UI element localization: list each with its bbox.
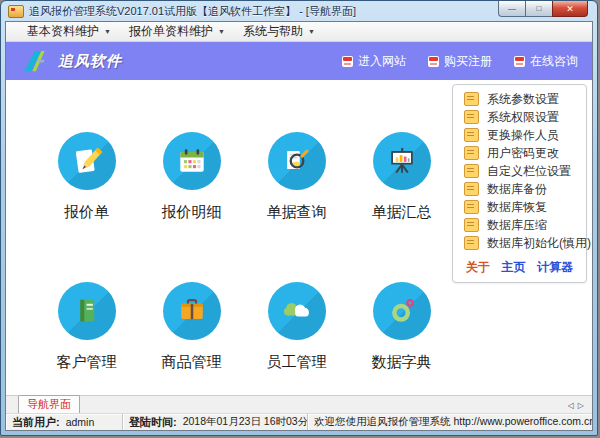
welcome-text: 欢迎您使用追风报价管理系统 http://www.poweroffice.com… [314,415,592,429]
notebook-icon [69,293,105,329]
main-content: 报价单 [6,80,592,395]
tile-label: 客户管理 [57,353,117,372]
panel-item-change-password[interactable]: 用户密码更改 [453,144,586,162]
panel-item-label: 数据库恢复 [487,199,547,216]
tile-quote-detail[interactable]: 报价明细 [139,132,244,222]
tile-label: 商品管理 [162,353,222,372]
yellow-note-icon [464,92,479,106]
quote-paper-pencil-icon [69,143,105,179]
tile-circle [163,132,221,190]
app-icon [8,5,24,18]
menu-quote-data[interactable]: 报价单资料维护 ▼ [120,23,234,40]
tile-circle [373,282,431,340]
panel-item-label: 数据库压缩 [487,217,547,234]
tile-doc-summary[interactable]: 单据汇总 [349,132,454,222]
tile-grid: 报价单 [34,132,454,372]
tile-circle [58,132,116,190]
tile-label: 员工管理 [267,353,327,372]
panel-item-db-restore[interactable]: 数据库恢复 [453,198,586,216]
band-links: 进入网站 购买注册 在线咨询 [342,53,578,70]
tile-label: 单据查询 [267,203,327,222]
yellow-note-icon [464,200,479,214]
menu-label: 系统与帮助 [243,23,303,40]
tile-label: 报价明细 [162,203,222,222]
minimize-button[interactable]: — [498,1,526,17]
tab-scroll-right-icon[interactable]: ▷ [578,401,584,410]
tab-strip: 导航界面 ◁ ▷ [6,395,592,413]
maximize-button[interactable]: □ [525,1,553,17]
band-link-label: 在线咨询 [530,53,578,70]
tile-label: 单据汇总 [372,203,432,222]
buy-register-link[interactable]: 购买注册 [428,53,492,70]
close-button[interactable]: ✕ [552,1,588,17]
clouds-icon [279,293,315,329]
briefcase-icon [174,293,210,329]
panel-item-label: 用户密码更改 [487,145,559,162]
panel-item-label: 数据库备份 [487,181,547,198]
tile-employee-mgmt[interactable]: 员工管理 [244,282,349,372]
panel-item-db-backup[interactable]: 数据库备份 [453,180,586,198]
brand-name: 追风软件 [58,52,122,71]
chart-board-icon [384,143,420,179]
panel-item-switch-operator[interactable]: 更换操作人员 [453,126,586,144]
tile-circle [268,132,326,190]
logo-icon [20,48,50,75]
menu-label: 报价单资料维护 [129,23,213,40]
status-current-user: 当前用户: admin [6,414,123,430]
chevron-down-icon: ▼ [104,28,111,35]
current-user-value: admin [66,416,95,428]
panel-item-custom-fields[interactable]: 自定义栏位设置 [453,162,586,180]
yellow-note-icon [464,182,479,196]
tile-product-mgmt[interactable]: 商品管理 [139,282,244,372]
homepage-link[interactable]: 主页 [502,259,526,276]
tile-circle [373,132,431,190]
tile-quotation[interactable]: 报价单 [34,132,139,222]
yellow-note-icon [464,236,479,250]
chevron-down-icon: ▼ [218,28,225,35]
register-icon [428,56,439,67]
tab-navigation[interactable]: 导航界面 [18,395,80,413]
current-user-label: 当前用户: [12,415,60,430]
yellow-note-icon [464,218,479,232]
tab-scroll-left-icon[interactable]: ◁ [568,401,574,410]
panel-item-label: 系统权限设置 [487,109,559,126]
menu-label: 基本资料维护 [27,23,99,40]
quick-settings-panel: 系统参数设置 系统权限设置 更换操作人员 用户密码更改 自定义栏位设置 [452,84,587,283]
panel-item-label: 自定义栏位设置 [487,163,571,180]
brand-band: 追风软件 进入网站 购买注册 在线咨询 [6,42,592,80]
tile-circle [58,282,116,340]
tile-customer-mgmt[interactable]: 客户管理 [34,282,139,372]
panel-item-permissions[interactable]: 系统权限设置 [453,108,586,126]
yellow-note-icon [464,110,479,124]
tile-doc-search[interactable]: 单据查询 [244,132,349,222]
panel-links: 关于 主页 计算器 [453,252,586,279]
login-time-value: 2018年01月23日 16时03分44秒 [183,415,308,429]
status-welcome: 欢迎您使用追风报价管理系统 http://www.poweroffice.com… [308,414,592,430]
yellow-note-icon [464,164,479,178]
about-link[interactable]: 关于 [466,259,490,276]
panel-item-db-init[interactable]: 数据库初始化(慎用) [453,234,586,252]
band-link-label: 进入网站 [358,53,406,70]
document-search-icon [279,143,315,179]
website-icon [342,56,353,67]
online-support-link[interactable]: 在线咨询 [514,53,578,70]
menu-basic-data[interactable]: 基本资料维护 ▼ [18,23,120,40]
status-bar: 当前用户: admin 登陆时间: 2018年01月23日 16时03分44秒 … [6,413,592,430]
calendar-icon [174,143,210,179]
menu-system-help[interactable]: 系统与帮助 ▼ [234,23,324,40]
panel-item-db-compress[interactable]: 数据库压缩 [453,216,586,234]
tile-data-dictionary[interactable]: 数据字典 [349,282,454,372]
support-icon [514,56,525,67]
panel-item-label: 更换操作人员 [487,127,559,144]
rings-icon [384,293,420,329]
menu-bar: 基本资料维护 ▼ 报价单资料维护 ▼ 系统与帮助 ▼ [6,22,592,42]
enter-website-link[interactable]: 进入网站 [342,53,406,70]
panel-item-system-params[interactable]: 系统参数设置 [453,90,586,108]
app-window: 追风报价管理系统V2017.01试用版【追风软件工作室】 - [导航界面] — … [0,0,598,436]
tile-label: 报价单 [64,203,109,222]
chevron-down-icon: ▼ [308,28,315,35]
tab-scroll-arrows: ◁ ▷ [568,401,584,413]
brand: 追风软件 [20,48,122,75]
calculator-link[interactable]: 计算器 [537,259,573,276]
panel-item-label: 数据库初始化(慎用) [487,235,591,252]
